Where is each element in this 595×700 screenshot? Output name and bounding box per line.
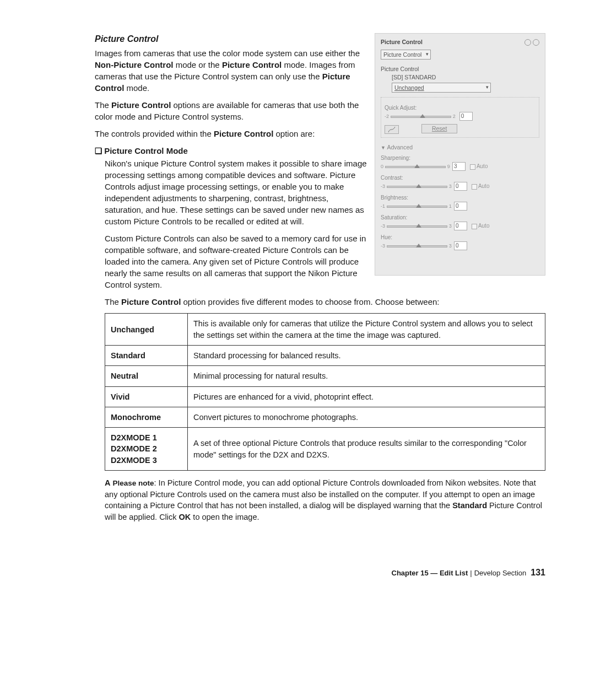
table-row: D2XMODE 1 D2XMODE 2 D2XMODE 3A set of th… bbox=[105, 428, 545, 471]
group-label: Picture Control bbox=[381, 65, 539, 73]
table-row: MonochromeConvert pictures to monochrome… bbox=[105, 407, 545, 427]
panel-header-icons bbox=[523, 38, 539, 46]
slider-track[interactable] bbox=[387, 225, 447, 228]
auto-checkbox[interactable]: Auto bbox=[472, 223, 490, 229]
mode-paragraph-3: The Picture Control option provides five… bbox=[105, 296, 545, 308]
modes-table: UnchangedThis is available only for came… bbox=[105, 313, 545, 471]
reset-button[interactable]: Reset bbox=[421, 124, 457, 133]
slider-value[interactable]: 0 bbox=[454, 222, 467, 230]
table-row: UnchangedThis is available only for came… bbox=[105, 314, 545, 346]
quick-adjust-value[interactable]: 0 bbox=[459, 112, 473, 121]
auto-checkbox[interactable]: Auto bbox=[470, 163, 488, 169]
slider-row: Contrast:-3 30Auto bbox=[381, 174, 539, 191]
slider-row: Sharpening:0 93Auto bbox=[381, 154, 539, 171]
please-note: A Please note: In Picture Control mode, … bbox=[105, 477, 545, 523]
slider-track[interactable] bbox=[387, 245, 447, 247]
quick-adjust-label: Quick Adjust: bbox=[385, 104, 536, 112]
mode-dropdown[interactable]: Picture Control bbox=[381, 50, 431, 60]
table-row: VividPictures are enhanced for a vivid, … bbox=[105, 386, 545, 407]
slider-row: Brightness:-1 10 bbox=[381, 194, 539, 211]
curves-icon[interactable] bbox=[385, 125, 399, 134]
quick-adjust-slider[interactable] bbox=[391, 116, 451, 118]
slider-track[interactable] bbox=[387, 206, 447, 208]
advanced-sliders: Sharpening:0 93AutoContrast:-3 30AutoBri… bbox=[381, 154, 539, 250]
preset-name: [SD] STANDARD bbox=[381, 73, 539, 82]
panel-title: Picture Control bbox=[381, 38, 423, 46]
auto-checkbox[interactable]: Auto bbox=[472, 183, 490, 189]
picture-control-panel: Picture Control Picture Control Picture … bbox=[375, 33, 545, 276]
slider-track[interactable] bbox=[387, 186, 447, 188]
slider-value[interactable]: 3 bbox=[452, 162, 466, 171]
slider-value[interactable]: 0 bbox=[454, 241, 467, 250]
slider-row: Hue:-3 30 bbox=[381, 234, 539, 250]
advanced-header[interactable]: Advanced bbox=[381, 143, 539, 152]
slider-track[interactable] bbox=[385, 166, 446, 168]
slider-value[interactable]: 0 bbox=[454, 202, 467, 211]
table-row: StandardStandard processing for balanced… bbox=[105, 345, 545, 365]
preset-dropdown[interactable]: Unchanged bbox=[392, 83, 491, 93]
slider-value[interactable]: 0 bbox=[454, 182, 467, 191]
table-row: NeutralMinimal processing for natural re… bbox=[105, 366, 545, 386]
slider-row: Saturation:-3 30Auto bbox=[381, 214, 539, 230]
page-footer: Chapter 15 — Edit List|Develop Section13… bbox=[95, 567, 545, 579]
